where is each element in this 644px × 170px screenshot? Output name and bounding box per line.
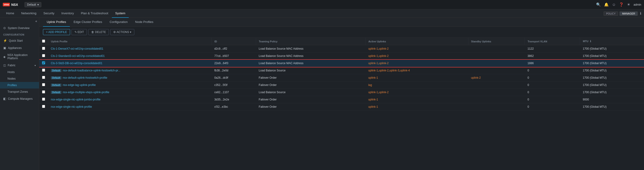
top-bar-right: 🔍 🔔 ☺ ❓ ☀ admin	[596, 2, 641, 7]
select-all-checkbox[interactable]	[42, 40, 45, 43]
profile-name-link[interactable]: nsx-edge-lag-uplink-profile	[62, 83, 96, 87]
cell-mtu: 1700 (Global MTU)	[580, 89, 644, 96]
table-row[interactable]: Defaultnsx-edge-multiple-vteps-uplink-pr…	[39, 89, 644, 96]
fabric-icon: ◫	[3, 64, 6, 67]
cell-mtu: 1700 (Global MTU)	[580, 103, 644, 111]
table-row[interactable]: Cls-1-DenseX7-oci-w01hp-consolidated01d2…	[39, 45, 644, 52]
uplink-label: uplink-1	[368, 105, 378, 108]
sidebar-item-nsx-app-platform[interactable]: ◈ NSX Application Platform	[0, 51, 39, 62]
tab-node-profiles[interactable]: Node Profiles	[132, 18, 157, 27]
theme-icon[interactable]: ☀	[627, 2, 630, 7]
cell-name: Cls-1-DenseX7-oci-w01hp-consolidated01	[48, 45, 212, 52]
nav-help-icon[interactable]: ℹ	[640, 12, 641, 16]
sidebar-label-appliances: Appliances	[8, 46, 22, 50]
cell-mtu: 1700 (Global MTU)	[580, 81, 644, 89]
mtu-info-icon[interactable]: ℹ	[590, 40, 591, 43]
table-row[interactable]: Defaultnsx-default-loadbalance-uplink-ho…	[39, 67, 644, 74]
search-icon[interactable]: 🔍	[596, 2, 601, 7]
env-label: Default	[27, 3, 36, 6]
nav-inventory[interactable]: Inventory	[58, 9, 77, 18]
sidebar-collapse-btn[interactable]: «	[0, 18, 39, 24]
policy-pill[interactable]: POLICY	[604, 12, 618, 16]
sidebar-item-compute-managers[interactable]: ◧ Compute Managers	[0, 95, 39, 102]
help-icon[interactable]: ❓	[619, 2, 624, 7]
table-row[interactable]: nsx-edge-single-nic-uplink-profilecf32..…	[39, 103, 644, 111]
profile-name-link[interactable]: nsx-edge-multiple-vteps-uplink-profile	[62, 91, 109, 94]
nav-plan-troubleshoot[interactable]: Plan & Troubleshoot	[78, 9, 112, 18]
table-row[interactable]: Cls-3-Std3-DB-oci-w01hp-consolidated0122…	[39, 60, 644, 67]
cell-transport-vlan: 3862	[525, 52, 580, 60]
sidebar-item-nodes[interactable]: Nodes	[0, 75, 39, 82]
sidebar-label-overview: System Overview	[8, 27, 30, 30]
table-row[interactable]: Cls-2-Standard3-oci-w01hp-consolidated01…	[39, 52, 644, 60]
cell-teaming-policy: Load Balance Source	[256, 89, 366, 96]
nav-system[interactable]: System	[112, 9, 128, 18]
default-badge: Default	[51, 83, 62, 87]
profile-name-link[interactable]: nsx-default-uplink-hostswitch-profile	[62, 76, 107, 79]
profile-name-link[interactable]: Cls-2-Standard3-oci-w01hp-consolidated01	[51, 54, 105, 58]
cell-mtu: 1700 (Global MTU)	[580, 45, 644, 52]
nav-home[interactable]: Home	[3, 9, 18, 18]
user-label[interactable]: admin	[634, 3, 641, 6]
row-checkbox[interactable]	[42, 90, 45, 94]
row-checkbox[interactable]	[42, 76, 45, 79]
env-selector[interactable]: Default ▾	[24, 2, 41, 7]
row-checkbox[interactable]	[42, 83, 45, 86]
row-checkbox[interactable]	[42, 98, 45, 101]
cell-mtu: 1700 (Global MTU)	[580, 52, 644, 60]
profile-name-link[interactable]: nsx-default-loadbalance-uplink-hostswitc…	[62, 69, 120, 72]
row-checkbox[interactable]	[42, 54, 45, 57]
profile-name-link[interactable]: Cls-3-Std3-DB-oci-w01hp-consolidated01	[51, 62, 102, 65]
table-row[interactable]: Defaultnsx-edge-lag-uplink-profilec352..…	[39, 81, 644, 89]
sidebar-item-system-overview[interactable]: ⊙ System Overview	[0, 24, 39, 32]
nav-networking[interactable]: Networking	[18, 9, 40, 18]
sidebar-item-profiles[interactable]: Profiles	[0, 82, 39, 89]
cell-transport-vlan: 1886	[525, 60, 580, 67]
sidebar-item-fabric[interactable]: ◫ Fabric ▾	[0, 62, 39, 69]
sidebar-item-transport-zones[interactable]: Transport Zones	[0, 89, 39, 95]
bell-icon[interactable]: 🔔	[604, 2, 609, 7]
sidebar-item-hosts[interactable]: Hosts	[0, 69, 39, 75]
table-row[interactable]: Defaultnsx-default-uplink-hostswitch-pro…	[39, 74, 644, 81]
edit-button[interactable]: ✎ EDIT	[72, 29, 87, 35]
sidebar-item-appliances[interactable]: ▣ Appliances	[0, 44, 39, 51]
appliances-icon: ▣	[3, 46, 6, 50]
cell-id: cf32...e3bc	[212, 103, 256, 111]
row-checkbox[interactable]	[42, 47, 45, 50]
face-icon[interactable]: ☺	[612, 3, 616, 7]
vmw-logo: vmw NSX	[3, 3, 18, 7]
sidebar-item-quick-start[interactable]: ⚡ Quick Start	[0, 37, 39, 44]
manager-pill[interactable]: MANAGER	[620, 12, 638, 16]
uplink-label: uplink-4	[400, 69, 410, 72]
uplink-label: uplink-2	[379, 47, 389, 50]
default-badge: Default	[51, 91, 62, 94]
sidebar-label-fabric: Fabric	[8, 64, 16, 67]
profile-name-link[interactable]: nsx-edge-single-nic-uplink-jumbo-profile	[51, 98, 101, 101]
uplink-label: uplink-2	[379, 54, 389, 58]
add-profile-button[interactable]: + ADD PROFILE	[43, 29, 70, 35]
top-bar: vmw NSX Default ▾ 🔍 🔔 ☺ ❓ ☀ admin	[0, 0, 644, 9]
table-row[interactable]: nsx-edge-single-nic-uplink-jumbo-profile…	[39, 96, 644, 103]
tab-uplink-profiles[interactable]: Uplink Profiles	[43, 18, 70, 27]
actions-button[interactable]: ⚙ ACTIONS ▾	[110, 29, 134, 35]
cell-active-uplinks: uplink-1,uplink-2	[365, 52, 468, 60]
header-checkbox-cell	[39, 38, 48, 45]
delete-button[interactable]: 🗑 DELETE	[88, 29, 109, 35]
cell-teaming-policy: Failover Order	[256, 103, 366, 111]
nav-right: POLICY MANAGER ℹ	[604, 12, 641, 16]
row-checkbox[interactable]	[42, 69, 45, 72]
default-badge: Default	[51, 69, 62, 72]
nav-security[interactable]: Security	[40, 9, 58, 18]
tab-edge-cluster-profiles[interactable]: Edge Cluster Profiles	[70, 18, 106, 27]
header-transport-vlan: Transport VLAN	[525, 38, 580, 45]
cell-active-uplinks: uplink-1	[365, 74, 468, 81]
cell-mtu: 1700 (Global MTU)	[580, 74, 644, 81]
profile-name-link[interactable]: Cls-1-DenseX7-oci-w01hp-consolidated01	[51, 47, 104, 50]
sidebar: « ⊙ System Overview Configuration ⚡ Quic…	[0, 18, 39, 170]
cell-active-uplinks: uplink-1	[365, 103, 468, 111]
row-checkbox[interactable]	[42, 105, 45, 108]
header-active-uplinks: Active Uplinks	[365, 38, 468, 45]
profile-name-link[interactable]: nsx-edge-single-nic-uplink-profile	[51, 105, 92, 108]
tab-configuration[interactable]: Configuration	[106, 18, 131, 27]
row-checkbox[interactable]	[42, 61, 45, 64]
